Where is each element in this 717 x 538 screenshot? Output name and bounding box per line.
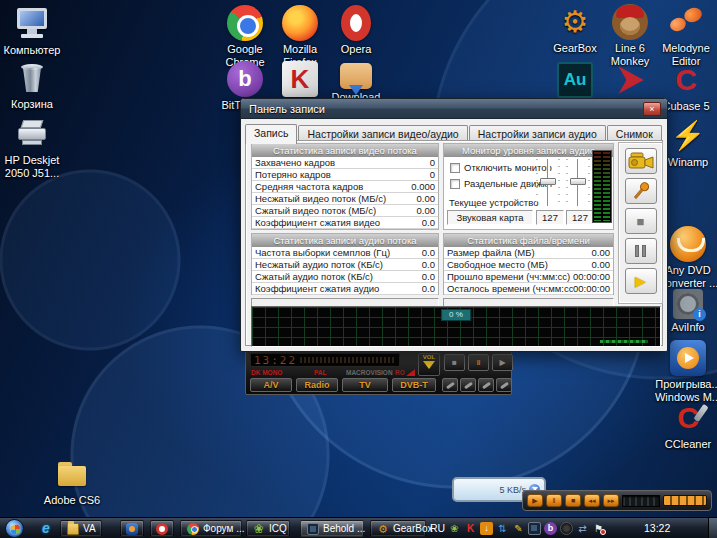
group-title: Статистика записи аудио потока bbox=[252, 234, 438, 247]
tv-mode-av-button[interactable]: A/V bbox=[250, 378, 292, 392]
internet-explorer-icon[interactable]: e bbox=[42, 520, 50, 536]
tray-pencil-icon[interactable]: ✎ bbox=[512, 522, 525, 535]
slider-thumb[interactable] bbox=[570, 178, 586, 185]
tv-mode-dvbt-button[interactable]: DVB-T bbox=[392, 378, 436, 392]
desktop-icon-computer[interactable]: Компьютер bbox=[0, 6, 66, 57]
checkbox[interactable] bbox=[450, 163, 460, 173]
desktop-icon-opera[interactable]: Opera bbox=[322, 5, 390, 56]
mini-player-bar: ▶ ‖ ■ ◂◂ ▸▸ bbox=[522, 490, 712, 511]
tv-tool-updown-button[interactable] bbox=[496, 378, 512, 392]
recycle-bin-icon bbox=[14, 60, 50, 96]
taskbar-button-label: ICQ bbox=[269, 523, 287, 534]
record-buttons-panel: ■ ▶ bbox=[619, 143, 662, 303]
checkbox[interactable] bbox=[450, 179, 460, 189]
progress-label: 0 % bbox=[441, 309, 471, 321]
tv-stop-button[interactable]: ■ bbox=[444, 354, 465, 371]
show-desktop-button[interactable] bbox=[708, 518, 717, 538]
media-player-icon bbox=[126, 523, 138, 535]
language-indicator[interactable]: RU bbox=[430, 522, 445, 534]
tv-tool-scheduler-button[interactable] bbox=[478, 378, 494, 392]
taskbar-button-wmp[interactable] bbox=[120, 520, 144, 537]
tray-download-master-icon[interactable]: ↓ bbox=[480, 522, 493, 535]
tv-audio-mode-label: DK MONO bbox=[251, 369, 282, 376]
stop-icon: ■ bbox=[637, 215, 645, 228]
tv-macrovision-label: MACROVISION bbox=[346, 369, 393, 376]
camcorder-icon bbox=[628, 152, 654, 170]
tv-play-button[interactable]: ▶ bbox=[492, 354, 513, 371]
slider-value-right: 127 bbox=[566, 210, 594, 225]
group-title: Статистика файла/времени bbox=[444, 234, 613, 247]
player-stop-button[interactable]: ■ bbox=[565, 494, 581, 507]
start-button[interactable] bbox=[5, 519, 24, 538]
tv-tool-mixer-button[interactable] bbox=[460, 378, 476, 392]
tray-action-center-flag-icon[interactable]: ⚑ bbox=[592, 522, 605, 535]
level-slider-left[interactable] bbox=[536, 159, 560, 206]
stop-button[interactable]: ■ bbox=[625, 208, 657, 234]
vu-column bbox=[603, 152, 610, 221]
icon-label: Компьютер bbox=[0, 44, 66, 57]
tray-behold-tv-icon[interactable] bbox=[528, 522, 541, 535]
stat-row: Несжатый аудио поток (КБ/с)0.0 bbox=[252, 259, 438, 271]
taskbar-button-behold[interactable]: Behold ... bbox=[300, 520, 364, 537]
icon-label: Adobe CS6 bbox=[38, 494, 106, 507]
record-audio-button[interactable] bbox=[625, 178, 657, 204]
desktop-icon-melodyne[interactable]: Melodyne Editor bbox=[652, 4, 717, 68]
tray-bittorrent-icon[interactable]: b bbox=[544, 522, 557, 535]
pause-button[interactable] bbox=[625, 238, 657, 264]
stat-row: Коэффициент сжатия аудио0.0 bbox=[252, 283, 438, 295]
tab-record[interactable]: Запись bbox=[245, 124, 297, 144]
play-button[interactable]: ▶ bbox=[625, 268, 657, 294]
tv-standard-label: PAL bbox=[314, 369, 327, 376]
desktop-icon-adobe-cs6-folder[interactable]: Adobe CS6 bbox=[38, 456, 106, 507]
desktop-icon-hp-printer[interactable]: HP Deskjet 2050 J51... bbox=[0, 116, 66, 180]
firefox-icon bbox=[282, 5, 318, 41]
tray-usb-icon[interactable]: ⇄ bbox=[576, 522, 589, 535]
tv-pause-button[interactable]: ‖ bbox=[468, 354, 489, 371]
player-volume-bar[interactable] bbox=[663, 495, 707, 506]
close-button[interactable]: × bbox=[643, 102, 661, 116]
alert-badge bbox=[600, 529, 606, 535]
audio-stats-group: Статистика записи аудио потока Частота в… bbox=[251, 233, 439, 295]
vol-arrow-icon bbox=[423, 361, 435, 375]
tv-volume-button[interactable]: VOL bbox=[418, 353, 440, 376]
monkey-icon bbox=[612, 4, 648, 40]
record-video-button[interactable] bbox=[625, 148, 657, 174]
device-field[interactable]: Звуковая карта bbox=[447, 210, 533, 225]
desktop-icon-recycle-bin[interactable]: Корзина bbox=[0, 60, 66, 111]
taskbar-button-opera[interactable] bbox=[150, 520, 174, 537]
tray-icq-icon[interactable]: ❀ bbox=[448, 522, 461, 535]
taskbar-button-icq[interactable]: ❀ ICQ bbox=[246, 520, 290, 537]
microphone-icon bbox=[631, 181, 651, 201]
player-prev-button[interactable]: ◂◂ bbox=[584, 494, 600, 507]
audio-monitor-group: Монитор уровня записи аудио Отключить мо… bbox=[443, 143, 614, 230]
level-slider-right[interactable] bbox=[566, 159, 590, 206]
icon-label: CCleaner bbox=[654, 438, 717, 451]
taskbar-button-forum[interactable]: Форум ... bbox=[180, 520, 242, 537]
taskbar-button-va-folder[interactable]: VA bbox=[60, 520, 102, 537]
stat-row: Сжатый аудио поток (КБ/с)0.0 bbox=[252, 271, 438, 283]
tv-led-ticks bbox=[300, 357, 396, 363]
tv-led-time: 13:22 bbox=[251, 354, 297, 367]
media-player-icon bbox=[670, 340, 706, 376]
tv-mode-radio-button[interactable]: Radio bbox=[296, 378, 338, 392]
desktop-icon-ccleaner[interactable]: C CCleaner bbox=[654, 400, 717, 451]
chrome-icon bbox=[187, 523, 199, 535]
taskbar-button-gearbox[interactable]: ⚙ GearBox bbox=[370, 520, 426, 537]
tray-kaspersky-icon[interactable]: K bbox=[464, 522, 477, 535]
folder-icon bbox=[67, 523, 79, 535]
chrome-icon bbox=[227, 5, 263, 41]
any-dvd-icon bbox=[670, 226, 706, 262]
player-pause-button[interactable]: ‖ bbox=[546, 494, 562, 507]
stat-row: Потеряно кадров0 bbox=[252, 169, 438, 181]
slider-thumb[interactable] bbox=[540, 178, 556, 185]
tray-disc-icon[interactable] bbox=[560, 522, 573, 535]
tv-mode-tv-button[interactable]: TV bbox=[342, 378, 388, 392]
taskbar-clock[interactable]: 13:22 bbox=[644, 522, 670, 534]
dialog-titlebar[interactable]: Панель записи × bbox=[241, 99, 667, 119]
tv-tool-wrench-button[interactable] bbox=[442, 378, 458, 392]
player-next-button[interactable]: ▸▸ bbox=[603, 494, 619, 507]
cubase-icon: C bbox=[668, 62, 704, 98]
pause-icon bbox=[635, 245, 646, 257]
player-play-button[interactable]: ▶ bbox=[527, 494, 543, 507]
tray-update-icon[interactable]: ⇅ bbox=[496, 522, 509, 535]
